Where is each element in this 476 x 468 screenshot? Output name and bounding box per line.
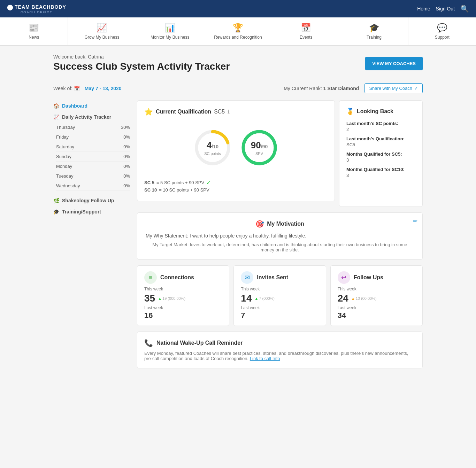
- week-row: Week of: 📅 May 7 - 13, 2020 My Current R…: [53, 83, 423, 93]
- sidebar-day-list: Thursday 30% Friday 0% Saturday 0% Sunda…: [56, 123, 130, 191]
- rewards-icon: 🏆: [233, 23, 243, 33]
- rank-value: 1 Star Diamond: [323, 86, 359, 91]
- daily-tracker-icon: 📈: [53, 114, 59, 120]
- invites-last-week-value: 7: [241, 311, 318, 320]
- day-monday-label: Monday: [56, 164, 72, 169]
- sidebar-item-daily-tracker[interactable]: 📈 Daily Activity Tracker: [53, 111, 130, 123]
- looking-back-title-text: Looking Back: [357, 108, 393, 115]
- wakeup-card: 📞 National Wake-Up Call Reminder Every M…: [137, 332, 423, 368]
- sc5-check-icon: ✓: [206, 179, 211, 186]
- connections-delta: ▲ 19 (000.00%): [158, 296, 185, 301]
- followups-this-week-label: This week: [338, 287, 415, 291]
- top-header: ⬤ TEAM BEACHBODY COACH OFFICE Home Sign …: [0, 0, 476, 17]
- tab-monitor-label: Monitor My Business: [151, 35, 189, 40]
- signout-link[interactable]: Sign Out: [436, 6, 455, 11]
- tab-rewards-label: Rewards and Recognition: [214, 35, 262, 40]
- day-sunday-value: 0%: [123, 154, 130, 159]
- lb-value-1: SC5: [346, 142, 415, 147]
- followups-icon: ↩: [338, 271, 350, 284]
- tab-monitor[interactable]: 📊 Monitor My Business: [136, 17, 204, 45]
- motivation-target: My Target Market: loves to work out, det…: [146, 242, 414, 252]
- connections-delta-value: 19 (000.00%): [162, 296, 185, 301]
- sidebar-item-shakeology[interactable]: 🌿 Shakeology Follow Up: [53, 195, 130, 206]
- followups-delta-icon: ▲: [351, 296, 355, 301]
- sidebar-item-dashboard[interactable]: 🏠 Dashboard: [53, 100, 130, 111]
- tab-rewards[interactable]: 🏆 Rewards and Recognition: [204, 17, 272, 45]
- shakeology-icon: 🌿: [53, 198, 59, 203]
- connections-card: ≡ Connections This week 35 ▲ 19 (000.00%…: [137, 265, 229, 326]
- grow-icon: 📈: [97, 23, 107, 33]
- spv-value: 90/90: [251, 140, 268, 151]
- share-check-icon: ✓: [414, 86, 418, 91]
- tab-events[interactable]: 📅 Events: [272, 17, 340, 45]
- logo: ⬤ TEAM BEACHBODY COACH OFFICE: [7, 4, 66, 14]
- rank-section: My Current Rank: 1 Star Diamond Share wi…: [284, 83, 423, 93]
- tab-grow-label: Grow My Business: [84, 35, 119, 40]
- connections-last-week-value: 16: [144, 311, 222, 320]
- lb-label-2: Months Qualified for SC5:: [346, 151, 415, 157]
- news-icon: 📰: [29, 23, 39, 33]
- view-coaches-button[interactable]: VIEW MY COACHES: [365, 57, 423, 70]
- share-btn-label: Share with My Coach: [369, 86, 412, 91]
- day-tuesday-value: 0%: [123, 173, 130, 179]
- spv-label: SPV: [251, 151, 268, 156]
- right-panel: ⭐ Current Qualification SC5 ℹ: [137, 100, 423, 368]
- day-monday: Monday 0%: [56, 162, 130, 171]
- followups-title: Follow Ups: [354, 274, 383, 281]
- title-section: Welcome back, Catrina Success Club Syste…: [53, 54, 423, 78]
- lb-item-3: Months Qualified for SC10: 3: [346, 167, 415, 178]
- wakeup-title: National Wake-Up Call Reminder: [156, 340, 243, 346]
- connections-icon: ≡: [144, 271, 157, 284]
- invites-delta: ▲ 7 (000%): [254, 296, 275, 301]
- edit-icon[interactable]: ✏: [413, 218, 417, 224]
- main-content: Welcome back, Catrina Success Club Syste…: [46, 46, 430, 377]
- motivation-icon: 🎯: [255, 220, 264, 228]
- day-friday: Friday 0%: [56, 132, 130, 142]
- invites-delta-up-icon: ▲: [254, 296, 258, 301]
- followups-card: ↩ Follow Ups This week 24 ▲ 10 (00.00%) …: [330, 265, 423, 326]
- tab-training[interactable]: 🎓 Training: [340, 17, 408, 45]
- lb-label-0: Last month's SC points:: [346, 121, 415, 126]
- day-thursday-label: Thursday: [56, 125, 75, 130]
- search-icon[interactable]: 🔍: [460, 5, 469, 13]
- wakeup-link[interactable]: Link to call Info: [250, 356, 280, 361]
- invites-last-week-label: Last week: [241, 305, 318, 310]
- calendar-icon: 📅: [74, 86, 80, 91]
- qual-title-text: Current Qualification: [156, 109, 211, 115]
- tab-support-label: Support: [435, 35, 450, 40]
- training-support-icon: 🎓: [53, 209, 59, 214]
- home-link[interactable]: Home: [417, 6, 430, 11]
- tab-grow[interactable]: 📈 Grow My Business: [68, 17, 136, 45]
- rank-label: My Current Rank: 1 Star Diamond: [284, 86, 359, 91]
- connections-delta-up-icon: ▲: [158, 296, 162, 301]
- day-saturday: Saturday 0%: [56, 142, 130, 152]
- lb-item-1: Last month's Qualification: SC5: [346, 136, 415, 147]
- wakeup-icon: 📞: [144, 339, 153, 347]
- qualification-card: ⭐ Current Qualification SC5 ℹ: [137, 100, 335, 201]
- motivation-title: My Motivation: [267, 221, 304, 227]
- content-layout: 🏠 Dashboard 📈 Daily Activity Tracker Thu…: [53, 100, 423, 368]
- share-with-coach-button[interactable]: Share with My Coach ✓: [364, 83, 423, 93]
- dashboard-icon: 🏠: [53, 103, 59, 109]
- page-title: Success Club System Activity Tracker: [53, 61, 230, 72]
- tab-support[interactable]: 💬 Support: [408, 17, 476, 45]
- tab-training-label: Training: [367, 35, 382, 40]
- monitor-icon: 📊: [165, 23, 175, 33]
- circles-row: 4/10 SC points: [144, 128, 328, 167]
- sc10-formula-row: SC 10 = 10 SC points + 90 SPV: [144, 187, 328, 193]
- day-sunday: Sunday 0%: [56, 152, 130, 162]
- motivation-why: My Why Statement: I want to help people …: [146, 233, 414, 239]
- connections-header: ≡ Connections: [144, 271, 222, 284]
- sidebar-item-training[interactable]: 🎓 Training/Support: [53, 206, 130, 217]
- logo-icon: ⬤: [7, 4, 13, 10]
- stats-row: ≡ Connections This week 35 ▲ 19 (000.00%…: [137, 265, 423, 326]
- tab-news[interactable]: 📰 News: [0, 17, 68, 45]
- welcome-text: Welcome back, Catrina: [53, 54, 230, 60]
- info-icon[interactable]: ℹ: [228, 109, 229, 115]
- invites-value-row: 14 ▲ 7 (000%): [241, 293, 318, 304]
- tab-events-label: Events: [300, 35, 313, 40]
- sc-formulas: SC 5 = 5 SC points + 90 SPV ✓ SC 10 = 10…: [144, 179, 328, 194]
- followups-delta: ▲ 10 (00.00%): [351, 296, 377, 301]
- day-thursday: Thursday 30%: [56, 123, 130, 132]
- sc5-formula-row: SC 5 = 5 SC points + 90 SPV ✓: [144, 179, 328, 186]
